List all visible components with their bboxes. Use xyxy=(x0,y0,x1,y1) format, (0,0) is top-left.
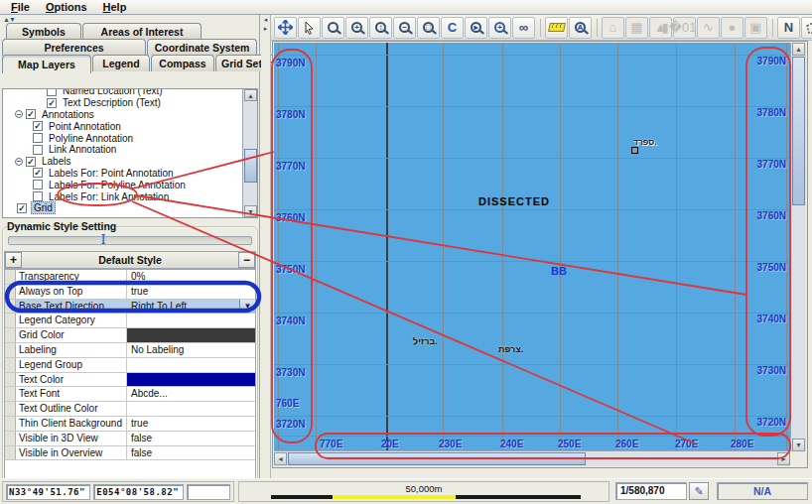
map-vertical-scrollbar[interactable]: ▲ ▼ xyxy=(790,43,806,451)
property-value[interactable]: Right To Left▼ xyxy=(127,300,255,314)
tree-item-labels-for-link-annotation[interactable]: Labels For: Link Annotation xyxy=(3,190,257,202)
tab-legend[interactable]: Legend xyxy=(92,55,150,71)
property-row-legend-group[interactable]: Legend Group xyxy=(5,358,255,373)
add-style-button[interactable]: + xyxy=(5,252,22,268)
remove-style-button[interactable]: − xyxy=(238,252,255,268)
query-cursor-icon[interactable]: ▸ xyxy=(465,17,487,39)
scroll-up-icon[interactable]: ▲ xyxy=(244,89,257,101)
map-horizontal-scrollbar[interactable]: ◄ ► xyxy=(274,450,790,466)
property-row-grid-color[interactable]: Grid Color xyxy=(5,328,255,343)
style-slider[interactable] xyxy=(8,236,252,245)
tab-preferences[interactable]: Preferences xyxy=(2,39,146,56)
point-annotation-marker[interactable] xyxy=(631,147,638,154)
panel-collapse-icon[interactable]: ▲▼ xyxy=(3,16,15,23)
property-value[interactable] xyxy=(127,358,255,372)
tree-scrollbar[interactable]: ▲▼ xyxy=(242,89,257,217)
scrollbar-thumb[interactable] xyxy=(244,149,257,183)
property-value[interactable]: true xyxy=(127,285,255,299)
tree-item-labels[interactable]: Labels xyxy=(3,156,257,168)
tab-compass[interactable]: Compass xyxy=(151,55,214,71)
map-canvas[interactable]: 3790N3790N3780N3780N3770N3770N3760N3760N… xyxy=(274,43,790,451)
tree-item-annotations[interactable]: Annotations xyxy=(3,109,257,121)
tree-checkbox[interactable] xyxy=(47,88,57,96)
tree-checkbox[interactable] xyxy=(33,168,43,178)
zoom-in-icon[interactable]: + xyxy=(345,17,368,39)
tab-map-layers[interactable]: Map Layers xyxy=(2,55,91,73)
menu-help[interactable]: Help xyxy=(96,1,134,13)
overview-window-icon[interactable]: □ xyxy=(417,17,440,39)
property-value[interactable]: false xyxy=(127,432,255,445)
property-value[interactable]: 0% xyxy=(127,270,255,284)
menu-options[interactable]: Options xyxy=(39,1,94,13)
property-row-transparency[interactable]: Transparency0% xyxy=(5,270,255,285)
tree-checkbox[interactable] xyxy=(33,145,43,155)
property-value[interactable]: false xyxy=(127,446,255,460)
tree-checkbox[interactable] xyxy=(33,121,43,131)
direction-combobox[interactable]: Right To Left▼ xyxy=(127,300,255,314)
refresh-icon[interactable]: C xyxy=(441,17,464,39)
tree-item-point-annotation[interactable]: Point Annotation xyxy=(3,120,257,132)
scroll-down-icon[interactable]: ▼ xyxy=(792,439,805,451)
tree-checkbox[interactable] xyxy=(17,203,27,213)
tree-item-grid[interactable]: Grid xyxy=(3,202,257,214)
edit-scale-button[interactable]: ✎ xyxy=(689,482,709,500)
tree-item-named-location-text-[interactable]: Named Location (Text) xyxy=(3,88,257,97)
tree-checkbox[interactable] xyxy=(33,191,43,201)
tree-checkbox[interactable] xyxy=(33,133,43,143)
tab-symbols[interactable]: Symbols xyxy=(6,23,81,40)
tree-checkbox[interactable] xyxy=(26,109,36,119)
scroll-right-icon[interactable]: ► xyxy=(777,452,790,465)
select-cursor-icon[interactable] xyxy=(298,17,321,39)
tree-item-labels-for-point-annotation[interactable]: Labels For: Point Annotation xyxy=(3,168,257,180)
center-zoom-icon[interactable]: + xyxy=(488,17,511,39)
measure-ruler-icon[interactable] xyxy=(545,17,568,39)
property-value[interactable] xyxy=(127,402,255,416)
property-row-text-font[interactable]: Text FontAbcde... xyxy=(5,387,255,402)
property-row-visible-in-overview[interactable]: Visible in Overviewfalse xyxy=(5,446,255,461)
tree-checkbox[interactable] xyxy=(26,157,36,167)
scroll-down-icon[interactable]: ▼ xyxy=(244,205,257,217)
property-row-thin-client-background[interactable]: Thin Client Backgroundtrue xyxy=(5,417,255,432)
binoculars-icon[interactable]: ∞ xyxy=(512,17,535,39)
tree-item-polyline-annotation[interactable]: Polyline Annotation xyxy=(3,132,257,144)
tree-item-text-description-text-[interactable]: Text Description (Text) xyxy=(3,97,257,109)
property-value[interactable] xyxy=(127,328,255,342)
property-value[interactable] xyxy=(127,373,255,387)
scroll-left-icon[interactable]: ◄ xyxy=(274,452,287,465)
tab-coordinate-system[interactable]: Coordinate System xyxy=(147,39,257,56)
tree-expander-icon[interactable] xyxy=(15,110,23,118)
property-row-always-on-top[interactable]: Always on Toptrue xyxy=(5,285,255,300)
tree-checkbox[interactable] xyxy=(33,180,43,189)
property-value[interactable] xyxy=(127,314,255,327)
property-row-legend-category[interactable]: Legend Category xyxy=(5,314,255,328)
property-name: Legend Group xyxy=(16,358,127,372)
tree-item-link-annotation[interactable]: Link Annotation xyxy=(3,144,257,156)
property-row-base-text-direction[interactable]: Base Text DirectionRight To Left▼ xyxy=(5,300,255,315)
panel-splitter[interactable]: ◂▸ xyxy=(261,15,271,478)
zoom-out-icon[interactable]: − xyxy=(393,17,416,39)
scrollbar-thumb[interactable] xyxy=(792,57,805,205)
scroll-up-icon[interactable]: ▲ xyxy=(792,43,805,56)
property-value[interactable]: Abcde... xyxy=(127,387,255,401)
zoom-box-icon[interactable] xyxy=(322,17,344,39)
tab-areas-of-interest[interactable]: Areas of Interest xyxy=(82,23,202,40)
property-row-labeling[interactable]: LabelingNo Labeling xyxy=(5,343,255,358)
layers-tree[interactable]: Named Location (Text)Text Description (T… xyxy=(2,88,258,218)
property-row-text-outline-color[interactable]: Text Outline Color xyxy=(5,402,255,417)
property-value[interactable]: No Labeling xyxy=(127,343,255,357)
combobox-dropdown-icon[interactable]: ▼ xyxy=(239,300,255,314)
north-arrow-icon[interactable]: N xyxy=(777,17,800,39)
property-row-text-color[interactable]: Text Color xyxy=(5,373,255,388)
polygon-tool-icon[interactable] xyxy=(801,17,812,39)
tree-expander-icon[interactable] xyxy=(15,158,23,166)
tree-checkbox[interactable] xyxy=(47,98,57,108)
find-label-icon[interactable]: A xyxy=(569,17,592,39)
property-value[interactable]: true xyxy=(127,417,255,431)
menu-file[interactable]: File xyxy=(4,1,37,13)
tree-item-labels-for-polyline-annotation[interactable]: Labels For: Polyline Annotation xyxy=(3,179,257,190)
pan-tool-icon[interactable] xyxy=(274,17,297,39)
slider-cursor-icon[interactable]: I xyxy=(99,232,107,248)
property-row-visible-in-3d-view[interactable]: Visible in 3D Viewfalse xyxy=(5,432,255,446)
scrollbar-thumb[interactable] xyxy=(288,452,586,465)
zoom-fixed-icon[interactable]: ↕ xyxy=(369,17,392,39)
